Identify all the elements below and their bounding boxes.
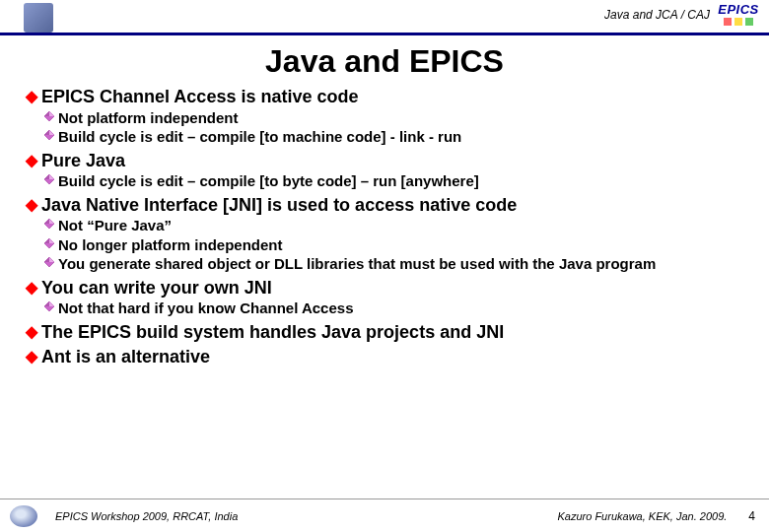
- bullet-level1: ◆EPICS Channel Access is native code: [26, 86, 743, 108]
- svg-marker-20: [44, 301, 49, 306]
- svg-marker-5: [44, 130, 49, 135]
- footer-right-text: Kazuro Furukawa, KEK, Jan. 2009.: [557, 510, 727, 522]
- square-bullet-icon: ◆: [26, 277, 37, 299]
- bullet-text: Ant is an alternative: [41, 346, 743, 368]
- diamond-bullet-icon: [43, 129, 55, 141]
- square-bullet-icon: ◆: [26, 321, 37, 343]
- footer-logo: [10, 505, 37, 527]
- svg-marker-19: [49, 301, 54, 306]
- bullet-level1: ◆Pure Java: [26, 150, 743, 172]
- square-bullet-icon: ◆: [26, 86, 37, 107]
- bullet-text: EPICS Channel Access is native code: [41, 86, 743, 108]
- svg-marker-2: [44, 111, 49, 116]
- slide-title: Java and EPICS: [0, 43, 769, 80]
- footer-left-text: EPICS Workshop 2009, RRCAT, India: [55, 510, 238, 522]
- svg-marker-17: [44, 257, 49, 262]
- svg-marker-11: [44, 219, 49, 224]
- breadcrumb: Java and JCA / CAJ: [604, 8, 710, 22]
- slide-footer: EPICS Workshop 2009, RRCAT, India Kazuro…: [0, 499, 769, 532]
- svg-marker-16: [49, 257, 54, 262]
- svg-marker-14: [44, 238, 49, 243]
- diamond-bullet-icon: [43, 218, 55, 230]
- slide-header: Java and JCA / CAJ EPICS: [0, 0, 769, 35]
- square-bullet-icon: ◆: [26, 346, 37, 367]
- svg-marker-4: [49, 130, 54, 135]
- page-number: 4: [748, 509, 755, 523]
- bullet-text: Java Native Interface [JNI] is used to a…: [41, 194, 743, 217]
- epics-logo-squares: [714, 18, 763, 26]
- diamond-bullet-icon: [43, 237, 55, 249]
- bullet-text: The EPICS build system handles Java proj…: [41, 321, 743, 344]
- bullet-text: Not that hard if you know Channel Access: [58, 299, 743, 318]
- bullet-level2: Build cycle is edit – compile [to byte c…: [43, 171, 743, 191]
- bullet-text: Pure Java: [41, 150, 743, 172]
- bullet-level2: Not “Pure Java”: [43, 216, 743, 235]
- bullet-text: Build cycle is edit – compile [to machin…: [58, 127, 743, 147]
- svg-marker-7: [49, 174, 54, 179]
- svg-marker-10: [49, 219, 54, 224]
- svg-marker-13: [49, 238, 54, 243]
- slide-body: ◆EPICS Channel Access is native codeNot …: [0, 86, 769, 368]
- bullet-text: Build cycle is edit – compile [to byte c…: [58, 171, 743, 191]
- square-bullet-icon: ◆: [26, 194, 37, 216]
- bullet-level1: ◆Java Native Interface [JNI] is used to …: [26, 194, 743, 217]
- bullet-level2: Not platform independent: [43, 108, 743, 128]
- org-logo: [24, 3, 53, 33]
- epics-logo-text: EPICS: [714, 2, 763, 17]
- diamond-bullet-icon: [43, 300, 55, 312]
- epics-logo: EPICS: [714, 2, 763, 26]
- diamond-bullet-icon: [43, 110, 55, 122]
- bullet-text: You generate shared object or DLL librar…: [58, 254, 743, 274]
- bullet-level1: ◆You can write your own JNI: [26, 277, 743, 299]
- bullet-level2: No longer platform independent: [43, 235, 743, 255]
- bullet-text: Not platform independent: [58, 108, 743, 128]
- bullet-text: No longer platform independent: [58, 235, 743, 255]
- square-bullet-icon: ◆: [26, 150, 37, 171]
- bullet-text: Not “Pure Java”: [58, 216, 743, 235]
- diamond-bullet-icon: [43, 173, 55, 185]
- bullet-level2: Build cycle is edit – compile [to machin…: [43, 127, 743, 147]
- bullet-level1: ◆The EPICS build system handles Java pro…: [26, 321, 743, 344]
- svg-marker-8: [44, 174, 49, 179]
- bullet-level1: ◆Ant is an alternative: [26, 346, 743, 368]
- bullet-text: You can write your own JNI: [41, 277, 743, 299]
- bullet-level2: You generate shared object or DLL librar…: [43, 254, 743, 274]
- bullet-level2: Not that hard if you know Channel Access: [43, 299, 743, 318]
- diamond-bullet-icon: [43, 256, 55, 268]
- svg-marker-1: [49, 111, 54, 116]
